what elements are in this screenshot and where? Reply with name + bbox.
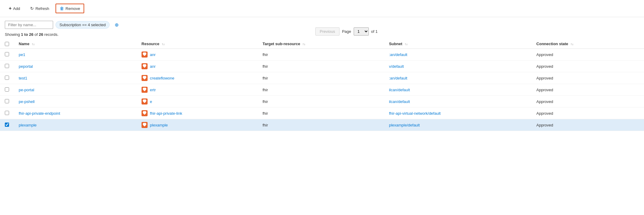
row-resource-link[interactable]: fhir-api-private-link [150,111,182,116]
refresh-button[interactable]: ↻ Refresh [26,4,53,13]
subscription-filter-badge[interactable]: Subscription == 4 selected [56,21,110,29]
row-subnet-link[interactable]: fhir-api-virtual-network/default [389,111,441,116]
row-subnet-link[interactable]: v/default [389,64,404,69]
add-filter-button[interactable]: ⊕ [112,20,121,29]
row-target: fhir [258,96,384,108]
resource-health-icon [142,51,148,58]
page-select[interactable]: 1 [354,27,369,36]
pagination: Previous Page 1 of 1 [315,27,378,36]
resource-health-icon [142,87,148,93]
resource-health-icon [142,122,148,128]
row-connection-state: Approved [531,119,644,131]
row-target: fhir [258,72,384,84]
row-resource-link[interactable]: anr [150,64,156,69]
row-resource-link[interactable]: e [150,99,152,104]
row-checkbox[interactable] [5,123,9,127]
select-all-checkbox[interactable] [5,42,9,46]
resource-sort-icon[interactable]: ↑↓ [162,42,165,46]
row-resource-link[interactable]: createflowone [150,76,174,80]
row-name-link[interactable]: fhir-api-private-endpoint [19,111,60,116]
resource-health-icon [142,63,148,69]
add-filter-icon: ⊕ [115,22,119,28]
col-resource: Resource ↑↓ [137,39,258,49]
row-target: fhir [258,119,384,131]
target-sort-icon[interactable]: ↑↓ [302,42,305,46]
row-checkbox[interactable] [5,99,9,103]
row-resource-link[interactable]: anr [150,52,156,57]
row-subnet-link[interactable]: ilcan/default [389,88,410,92]
row-subnet-link[interactable]: ilcan/default [389,99,410,104]
row-checkbox[interactable] [5,111,9,115]
add-label: Add [13,6,20,11]
row-checkbox[interactable] [5,52,9,56]
row-target: fhir [258,108,384,119]
row-name-link[interactable]: plexample [19,123,37,127]
record-count: Showing 1 to 26 of 26 records. [5,32,59,37]
of-label: of 1 [371,29,378,34]
row-name-link[interactable]: test1 [19,76,27,80]
state-sort-icon[interactable]: ↑↓ [570,42,573,46]
toolbar: + Add ↻ Refresh 🗑 Remove [0,0,644,17]
row-subnet-link[interactable]: :an/default [389,52,407,57]
row-connection-state: Approved [531,108,644,119]
remove-label: Remove [65,6,80,11]
table-header-row: Name ↑↓ Resource ↑↓ Target sub-resource … [0,39,644,49]
select-all-header[interactable] [0,39,14,49]
resource-health-icon [142,110,148,116]
subnet-sort-icon[interactable]: ↑↓ [405,42,408,46]
refresh-label: Refresh [35,6,49,11]
refresh-icon: ↻ [30,6,34,11]
name-sort-icon[interactable]: ↑↓ [32,42,35,46]
row-connection-state: Approved [531,84,644,96]
row-checkbox[interactable] [5,76,9,80]
row-subnet-link[interactable]: :an/default [389,76,407,80]
row-target: fhir [258,49,384,61]
row-connection-state: Approved [531,49,644,61]
subscription-badge-label: Subscription == 4 selected [59,23,106,27]
table-row: pe1 anrfhir:an/defaultApproved [0,49,644,61]
col-subnet: Subnet ↑↓ [384,39,531,49]
row-subnet-link[interactable]: plexample/default [389,123,420,127]
resource-health-icon [142,98,148,104]
row-target: fhir [258,61,384,72]
remove-button[interactable]: 🗑 Remove [56,4,84,13]
table-row: fhir-api-private-endpoint fhir-api-priva… [0,108,644,119]
row-name-link[interactable]: pe-portal [19,88,34,92]
table-row: test1 createflowonefhir:an/defaultApprov… [0,72,644,84]
add-button[interactable]: + Add [5,4,24,13]
row-checkbox[interactable] [5,87,9,92]
col-name: Name ↑↓ [14,39,137,49]
row-connection-state: Approved [531,72,644,84]
table-row: peportal anrfhirv/defaultApproved [0,61,644,72]
private-endpoints-table: Name ↑↓ Resource ↑↓ Target sub-resource … [0,39,644,131]
page-label: Page [342,29,351,34]
table-row: plexample plexamplefhirplexample/default… [0,119,644,131]
row-resource-link[interactable]: plexample [150,123,168,127]
row-name-link[interactable]: pe1 [19,52,25,57]
resource-health-icon [142,75,148,81]
pagination-row: Showing 1 to 26 of 26 records. Previous … [0,32,644,37]
row-name-link[interactable]: peportal [19,64,33,69]
row-checkbox[interactable] [5,64,9,68]
row-resource-link[interactable]: ertr [150,88,156,92]
filter-input[interactable] [5,21,53,29]
row-target: fhir [258,84,384,96]
col-target: Target sub-resource ↑↓ [258,39,384,49]
remove-icon: 🗑 [60,6,64,11]
table-row: pe-portal ertrfhirilcan/defaultApproved [0,84,644,96]
col-state: Connection state ↑↓ [531,39,644,49]
table-row: pe-pshell efhirilcan/defaultApproved [0,96,644,108]
row-connection-state: Approved [531,96,644,108]
row-name-link[interactable]: pe-pshell [19,99,35,104]
row-connection-state: Approved [531,61,644,72]
add-icon: + [9,6,11,11]
previous-button[interactable]: Previous [315,27,340,36]
